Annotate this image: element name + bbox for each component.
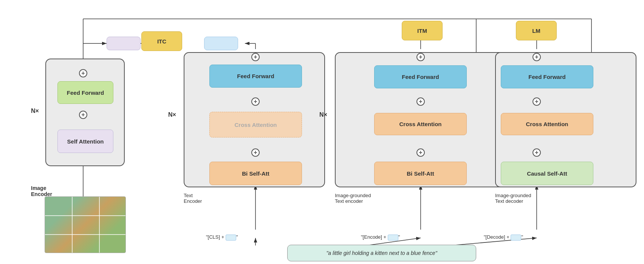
plus-circle-te-3: + — [251, 148, 260, 157]
nx-label-te: N× — [168, 111, 176, 118]
text-enc-output-rect — [204, 37, 238, 50]
cross-attention-te: Cross Attention — [209, 112, 302, 137]
encode-token-label: "[Encode] + " — [361, 234, 400, 241]
itm-block: ITM — [402, 21, 443, 40]
feed-forward-image: Feed Forward — [57, 81, 113, 104]
bi-self-att-te: Bi Self-Att — [209, 162, 302, 185]
self-attention-image: Self Attention — [57, 130, 113, 153]
decode-token-label: "[Decode] + " — [484, 234, 523, 241]
itc-block: ITC — [141, 31, 182, 51]
ig-text-decoder-label: Image-groundedText decoder — [495, 193, 531, 204]
plus-circle-img-1: + — [79, 69, 87, 77]
plus-circle-te-2: + — [251, 97, 260, 106]
feed-forward-itm: Feed Forward — [374, 65, 467, 88]
feed-forward-te: Feed Forward — [209, 65, 302, 88]
plus-circle-lm-2: + — [533, 97, 541, 106]
lm-block: LM — [516, 21, 557, 40]
plus-circle-itm-1: + — [416, 53, 425, 61]
plus-circle-itm-3: + — [416, 148, 425, 157]
nx-label-itm: N× — [319, 111, 327, 118]
plus-circle-lm-3: + — [533, 148, 541, 157]
itc-left-rect — [107, 37, 141, 50]
cross-attention-lm: Cross Attention — [501, 113, 593, 135]
image-thumbnail — [45, 196, 126, 253]
plus-circle-img-2: + — [79, 111, 87, 119]
causal-self-att-lm: Causal Self-Att — [501, 162, 593, 185]
cross-attention-itm: Cross Attention — [374, 113, 467, 135]
plus-circle-lm-1: + — [533, 53, 541, 61]
cls-token-label: "[CLS] + " — [206, 234, 238, 241]
nx-label-image: N× — [31, 108, 39, 114]
text-encoder-label: TextEncoder — [184, 193, 202, 204]
plus-circle-itm-2: + — [416, 97, 425, 106]
caption-box: "a little girl holding a kitten next to … — [287, 245, 476, 261]
plus-circle-te-1: + — [251, 53, 260, 61]
ig-text-encoder-label: Image-groundedText encoder — [335, 193, 371, 204]
feed-forward-lm: Feed Forward — [501, 65, 593, 88]
image-encoder-label: ImageEncoder — [31, 185, 52, 197]
bi-self-att-itm: Bi Self-Att — [374, 162, 467, 185]
